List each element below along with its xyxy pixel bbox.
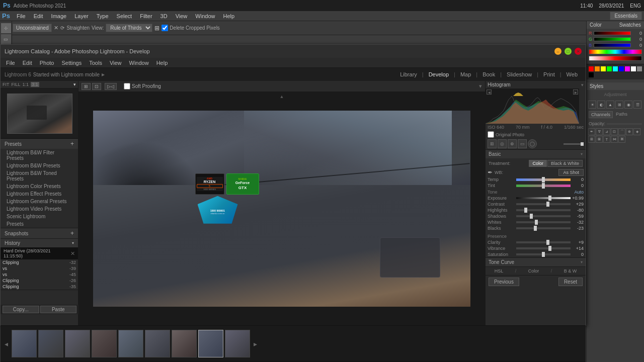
adj-icon-3[interactable]: ▲ [606,101,614,109]
swatch-green[interactable] [607,66,612,71]
unconstrained-button[interactable]: Unconstrained [13,24,52,32]
paint-tool-5[interactable]: ⌒ [618,128,625,135]
tonal-bar[interactable] [589,56,642,61]
eyedropper-icon[interactable]: ✒ [488,169,493,176]
ps-menu-image[interactable]: Image [48,12,70,20]
adj-icon-1[interactable]: ☀ [588,101,596,109]
lr-nav-map[interactable]: Map [456,70,475,79]
lr-close-button[interactable]: ✕ [575,48,582,55]
paint-tool-9[interactable]: ⊠ [596,136,603,143]
swatch-black[interactable] [589,72,594,77]
basic-header[interactable]: Basic ▾ [486,150,586,158]
ps-menu-window[interactable]: Window [192,12,218,20]
filmstrip-thumb-4[interactable] [92,330,117,357]
crop-overlay-tool[interactable]: ⊞ [488,139,497,148]
g-gradient[interactable] [594,37,631,41]
filmstrip-thumb-3[interactable] [65,330,90,357]
lr-nav-book[interactable]: Book [478,70,499,79]
preset-bw-filter[interactable]: Lightroom B&W Filter Presets [1,149,78,162]
swatch-gray[interactable] [637,66,642,71]
lr-minimize-button[interactable]: – [554,48,561,55]
lr-menu-photo[interactable]: Photo [36,59,58,67]
selection-tool[interactable]: ▭ [1,34,11,44]
filmstrip-thumb-2[interactable] [38,330,63,357]
tint-slider-track[interactable] [516,185,571,187]
ps-menu-type[interactable]: Type [93,12,112,20]
clarity-slider-track[interactable] [516,241,571,243]
filmstrip-prev-arrow[interactable]: ◂ [5,340,8,348]
exposure-thumb[interactable] [548,196,551,201]
lr-nav-develop[interactable]: Develop [425,70,453,79]
ps-menu-view[interactable]: View [172,12,191,20]
swatch-red[interactable] [589,66,594,71]
paste-button[interactable]: Paste [40,306,77,313]
adj-icon-2[interactable]: ◐ [597,101,605,109]
filmstrip-thumb-5[interactable] [118,330,143,357]
ps-menu-select[interactable]: Select [113,12,136,20]
tint-slider-thumb[interactable] [542,183,545,189]
nav-3-1-btn[interactable]: 3:1 [31,82,39,87]
adj-icon-6[interactable]: ☰ [633,101,641,109]
redeye-tool[interactable]: ⊕ [508,139,517,148]
r-gradient[interactable] [594,31,631,35]
swatch-cyan[interactable] [613,66,618,71]
tone-auto-btn[interactable]: Auto [574,190,584,195]
reset-button[interactable]: Reset [558,278,583,286]
filmstrip-thumb-7[interactable] [172,330,197,357]
preset-general[interactable]: Lightroom General Presets [1,198,78,205]
preset-video[interactable]: Lightroom Video Presets [1,205,78,213]
ps-menu-3d[interactable]: 3D [157,12,171,20]
lr-nav-library[interactable]: Library [396,70,421,79]
snapshots-add[interactable]: + [70,230,74,237]
move-tool[interactable]: ⊹ [1,23,11,33]
lr-menu-tools[interactable]: Tools [86,59,106,67]
lr-sync-text[interactable]: Started with Lightroom mobile [33,72,100,77]
view-expand-arrow[interactable]: ▾ [479,83,482,89]
history-item-4[interactable]: Clipping-26 [1,278,78,284]
swatch-yellow[interactable] [601,66,606,71]
compare-button[interactable]: ▷◁ [105,83,117,90]
filmstrip-next-arrow[interactable]: ▸ [254,340,257,348]
filmstrip-thumb-6[interactable] [145,330,170,357]
shadows-slider-track[interactable] [516,215,571,217]
histogram-collapse[interactable]: ▾ [581,82,584,87]
bw-btn[interactable]: B & W [564,268,577,274]
ps-menu-file[interactable]: File [13,12,29,20]
history-item-2[interactable]: vs-39 [1,265,78,272]
original-photo-checkbox[interactable] [488,131,494,138]
history-header[interactable]: History ▾ [1,239,78,247]
swatch-magenta[interactable] [625,66,630,71]
radial-filter-tool[interactable]: ◯ [528,139,537,148]
lr-nav-print[interactable]: Print [539,70,559,79]
nav-1-1-btn[interactable]: 1:1 [23,82,29,87]
ps-menu-filter[interactable]: Filter [136,12,155,20]
grid-view-button[interactable]: ⊞ [82,83,91,90]
lr-menu-edit[interactable]: Edit [19,59,36,67]
b-gradient[interactable] [594,43,631,47]
lr-menu-view[interactable]: View [106,59,125,67]
paint-tool-8[interactable]: ⊞ [588,136,595,143]
whites-slider-track[interactable] [516,221,571,223]
essentials-button[interactable]: Essentials [610,12,642,20]
nav-fill-btn[interactable]: FILL [12,82,21,87]
tool-slider-track[interactable] [564,143,584,145]
paint-tool-11[interactable]: ⋈ [611,136,618,143]
preset-bw[interactable]: Lightroom B&W Presets [1,162,78,169]
delete-cropped-checkbox[interactable] [162,25,168,31]
wb-value[interactable]: As Shot [558,169,584,176]
history-close[interactable]: ✕ [70,250,75,257]
hue-bar[interactable] [589,49,642,54]
filmstrip-thumb-8[interactable] [198,330,223,357]
whites-thumb[interactable] [535,220,538,225]
paint-tool-1[interactable]: ✒ [588,128,595,135]
snapshots-header[interactable]: Snapshots + [1,228,78,238]
blacks-slider-track[interactable] [516,227,571,229]
history-item-3[interactable]: vs-45 [1,272,78,278]
paint-tool-4[interactable]: ⊡ [611,128,618,135]
tone-curve-header[interactable]: Tone Curve ▾ [486,258,586,266]
paint-tool-2[interactable]: ∇ [596,128,603,135]
previous-button[interactable]: Previous [489,278,519,286]
presets-add[interactable]: + [70,140,74,147]
loupe-view-button[interactable]: ⊡ [92,83,101,90]
highlight-clip-indicator[interactable]: ▶ [573,89,578,95]
